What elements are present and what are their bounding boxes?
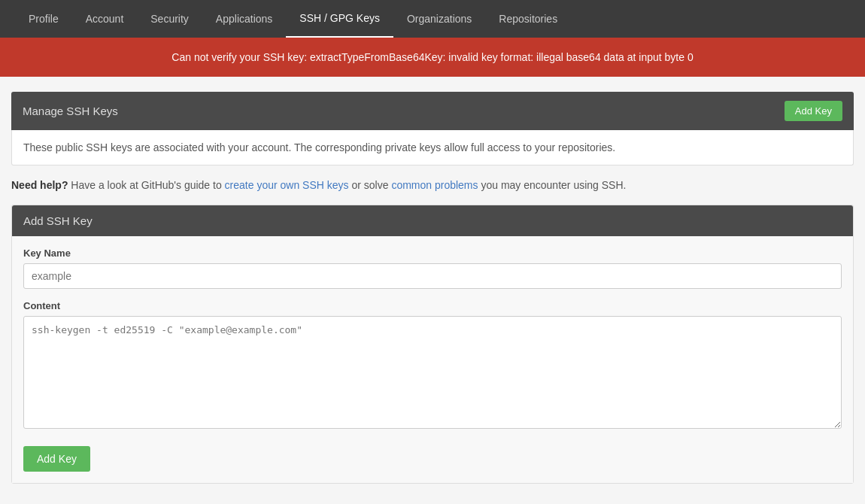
need-help-label: Need help? xyxy=(11,179,68,191)
create-ssh-keys-link[interactable]: create your own SSH keys xyxy=(225,179,349,191)
add-ssh-key-header: Add SSH Key xyxy=(12,205,853,236)
nav-ssh-gpg-keys[interactable]: SSH / GPG Keys xyxy=(286,0,393,38)
content-label: Content xyxy=(23,300,842,311)
need-help-text-after: you may encounter using SSH. xyxy=(481,179,626,191)
add-ssh-key-section: Add SSH Key Key Name Content Add Key xyxy=(11,205,854,484)
need-help-text-middle: or solve xyxy=(351,179,388,191)
main-nav: Profile Account Security Applications SS… xyxy=(0,0,865,38)
manage-ssh-keys-body: These public SSH keys are associated wit… xyxy=(11,130,854,165)
add-ssh-key-form-body: Key Name Content Add Key xyxy=(12,236,853,483)
nav-profile[interactable]: Profile xyxy=(15,0,72,38)
nav-account[interactable]: Account xyxy=(72,0,138,38)
add-key-header-button[interactable]: Add Key xyxy=(785,101,842,121)
key-name-label: Key Name xyxy=(23,247,842,259)
manage-ssh-keys-description: These public SSH keys are associated wit… xyxy=(23,141,615,153)
nav-applications[interactable]: Applications xyxy=(202,0,287,38)
key-name-input[interactable] xyxy=(23,263,842,289)
error-banner: Can not verify your SSH key: extractType… xyxy=(0,38,865,77)
key-name-group: Key Name xyxy=(23,247,842,289)
need-help-before: Have a look at GitHub's guide to xyxy=(71,179,221,191)
error-message: Can not verify your SSH key: extractType… xyxy=(171,51,693,63)
main-content: Manage SSH Keys Add Key These public SSH… xyxy=(0,77,865,499)
manage-ssh-keys-section: Manage SSH Keys Add Key These public SSH… xyxy=(11,92,854,165)
content-group: Content xyxy=(23,300,842,431)
add-ssh-key-title: Add SSH Key xyxy=(23,214,93,227)
need-help-text: Need help? Have a look at GitHub's guide… xyxy=(11,179,854,191)
nav-security[interactable]: Security xyxy=(137,0,202,38)
nav-organizations[interactable]: Organizations xyxy=(393,0,485,38)
manage-ssh-keys-header: Manage SSH Keys Add Key xyxy=(11,92,854,130)
manage-ssh-keys-title: Manage SSH Keys xyxy=(23,105,118,117)
content-textarea[interactable] xyxy=(23,316,842,429)
add-key-submit-button[interactable]: Add Key xyxy=(23,446,90,472)
common-problems-link[interactable]: common problems xyxy=(391,179,478,191)
nav-repositories[interactable]: Repositories xyxy=(485,0,571,38)
